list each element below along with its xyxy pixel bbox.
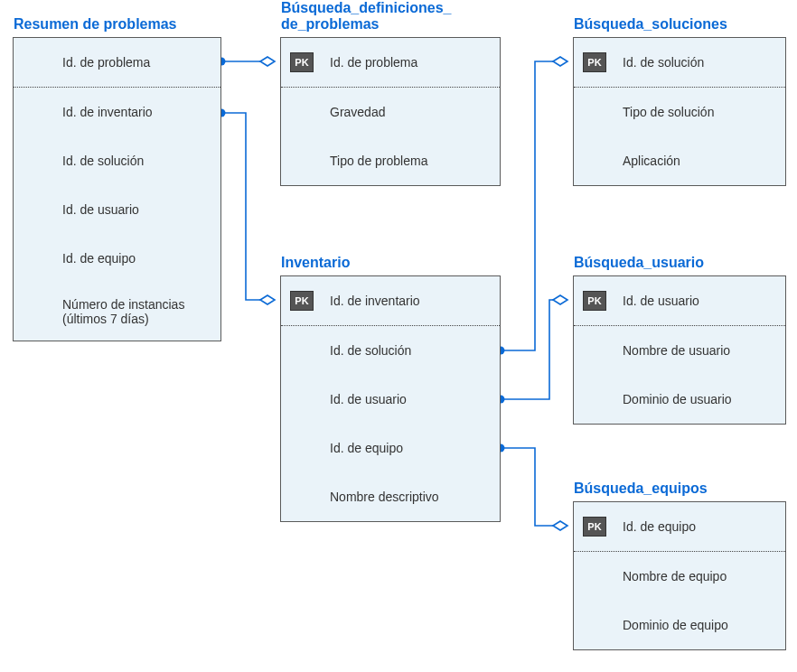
field-label: Dominio de usuario	[615, 392, 774, 406]
entity-usuario: Búsqueda_usuario PK Id. de usuario Nombr…	[573, 275, 786, 425]
field-row: Número de instancias (últimos 7 días)	[14, 283, 220, 341]
field-label: Dominio de equipo	[615, 618, 774, 632]
entity-resumen: Resumen de problemas Id. de problema Id.…	[13, 37, 221, 341]
entity-title: Búsqueda_soluciones	[574, 16, 727, 33]
field-label: Tipo de solución	[615, 105, 774, 119]
field-row: Id. de equipo	[14, 234, 220, 283]
pk-badge: PK	[290, 291, 314, 311]
field-row: Id. de problema	[14, 38, 220, 87]
field-label: Id. de solución	[323, 343, 489, 358]
entity-title: Búsqueda_definiciones_ de_problemas	[281, 0, 452, 33]
field-row: Id. de solución	[14, 136, 220, 185]
field-row: Id. de equipo	[281, 424, 500, 472]
field-label: Número de instancias (últimos 7 días)	[55, 297, 210, 326]
field-row: Dominio de equipo	[574, 601, 785, 649]
field-label: Id. de usuario	[323, 392, 489, 406]
field-row: Nombre de usuario	[574, 326, 785, 375]
entity-equipos: Búsqueda_equipos PK Id. de equipo Nombre…	[573, 501, 786, 650]
field-row: Tipo de solución	[574, 88, 785, 136]
field-row: PK Id. de inventario	[281, 276, 500, 325]
field-label: Aplicación	[615, 154, 774, 168]
field-row: Nombre de equipo	[574, 552, 785, 601]
pk-badge: PK	[583, 517, 606, 537]
field-row: Gravedad	[281, 88, 500, 136]
field-label: Id. de inventario	[323, 294, 489, 308]
field-label: Id. de usuario	[55, 202, 210, 217]
field-row: Tipo de problema	[281, 136, 500, 185]
entity-title: Búsqueda_equipos	[574, 481, 708, 497]
field-label: Id. de equipo	[55, 251, 210, 266]
pk-badge: PK	[583, 52, 606, 72]
field-row: Id. de usuario	[14, 185, 220, 234]
entity-soluciones: Búsqueda_soluciones PK Id. de solución T…	[573, 37, 786, 186]
pk-badge: PK	[583, 291, 606, 311]
field-row: Id. de inventario	[14, 88, 220, 136]
field-label: Id. de inventario	[55, 105, 210, 119]
field-row: Aplicación	[574, 136, 785, 185]
field-label: Id. de problema	[55, 55, 210, 70]
field-label: Id. de usuario	[615, 294, 774, 308]
field-label: Nombre descriptivo	[323, 490, 489, 504]
entity-title: Inventario	[281, 255, 350, 271]
field-row: Dominio de usuario	[574, 375, 785, 424]
field-row: PK Id. de usuario	[574, 276, 785, 325]
field-label: Id. de equipo	[323, 441, 489, 455]
field-label: Id. de solución	[55, 154, 210, 168]
field-row: PK Id. de equipo	[574, 502, 785, 551]
pk-badge: PK	[290, 52, 314, 72]
field-label: Id. de solución	[615, 55, 774, 70]
entity-title: Búsqueda_usuario	[574, 255, 704, 271]
field-label: Id. de problema	[323, 55, 489, 70]
field-label: Tipo de problema	[323, 154, 489, 168]
field-label: Nombre de equipo	[615, 569, 774, 583]
entity-inventario: Inventario PK Id. de inventario Id. de s…	[280, 275, 501, 522]
field-label: Nombre de usuario	[615, 343, 774, 358]
field-row: Id. de solución	[281, 326, 500, 375]
field-label: Gravedad	[323, 105, 489, 119]
entity-title: Resumen de problemas	[14, 16, 177, 33]
entity-defs: Búsqueda_definiciones_ de_problemas PK I…	[280, 37, 501, 186]
field-label: Id. de equipo	[615, 519, 774, 534]
field-row: PK Id. de problema	[281, 38, 500, 87]
field-row: PK Id. de solución	[574, 38, 785, 87]
field-row: Nombre descriptivo	[281, 472, 500, 521]
field-row: Id. de usuario	[281, 375, 500, 424]
